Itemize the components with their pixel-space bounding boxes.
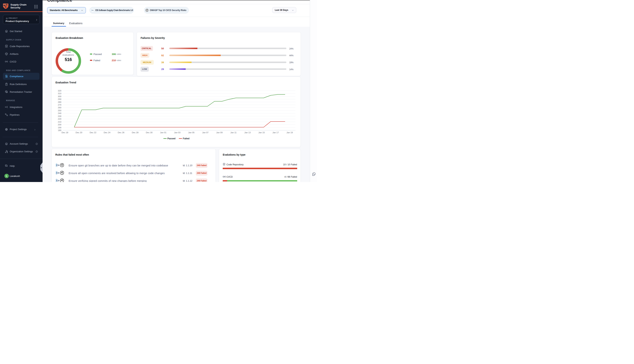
svg-text:Dec 18: Dec 18: [62, 132, 68, 134]
svg-text:CIS: CIS: [57, 172, 60, 174]
svg-text:220: 220: [58, 118, 61, 120]
svg-text:CIS: CIS: [57, 180, 60, 182]
svg-text:Jan 17: Jan 17: [272, 132, 279, 134]
svg-text:230: 230: [58, 115, 61, 117]
svg-text:Failed: Failed: [183, 137, 189, 140]
svg-text:Jan 05: Jan 05: [188, 132, 194, 134]
svg-text:240: 240: [58, 112, 61, 114]
svg-text:320: 320: [58, 90, 61, 92]
svg-text:Jan 01: Jan 01: [160, 132, 166, 134]
svg-text:Jan 15: Jan 15: [258, 132, 265, 134]
svg-text:Jan 03: Jan 03: [174, 132, 180, 134]
svg-text:Dec 30: Dec 30: [146, 132, 152, 134]
svg-text:Jan 19: Jan 19: [286, 132, 293, 134]
svg-text:Dec 28: Dec 28: [132, 132, 138, 134]
svg-text:270: 270: [58, 104, 61, 106]
svg-text:Dec 22: Dec 22: [90, 132, 96, 134]
svg-text:Passed: Passed: [167, 137, 175, 140]
svg-text:Jan 07: Jan 07: [202, 132, 209, 134]
svg-text:CIS: CIS: [92, 10, 94, 11]
svg-text:Dec 20: Dec 20: [76, 132, 82, 134]
svg-text:CIS: CIS: [57, 164, 60, 166]
svg-text:Jan 09: Jan 09: [216, 132, 222, 134]
svg-text:310: 310: [58, 92, 61, 94]
svg-text:200: 200: [58, 124, 61, 126]
svg-text:190: 190: [58, 126, 61, 128]
svg-text:300: 300: [58, 95, 61, 97]
svg-text:?: ?: [6, 165, 6, 166]
svg-text:280: 280: [58, 101, 61, 103]
svg-text:Jan 13: Jan 13: [244, 132, 251, 134]
svg-text:250: 250: [58, 109, 61, 112]
svg-text:Dec 24: Dec 24: [104, 132, 110, 134]
svg-text:180: 180: [58, 129, 61, 132]
svg-text:210: 210: [58, 120, 61, 123]
svg-text:Jan 11: Jan 11: [230, 132, 236, 134]
svg-text:Dec 26: Dec 26: [118, 132, 124, 134]
svg-text:260: 260: [58, 106, 61, 109]
svg-text:290: 290: [58, 98, 61, 100]
